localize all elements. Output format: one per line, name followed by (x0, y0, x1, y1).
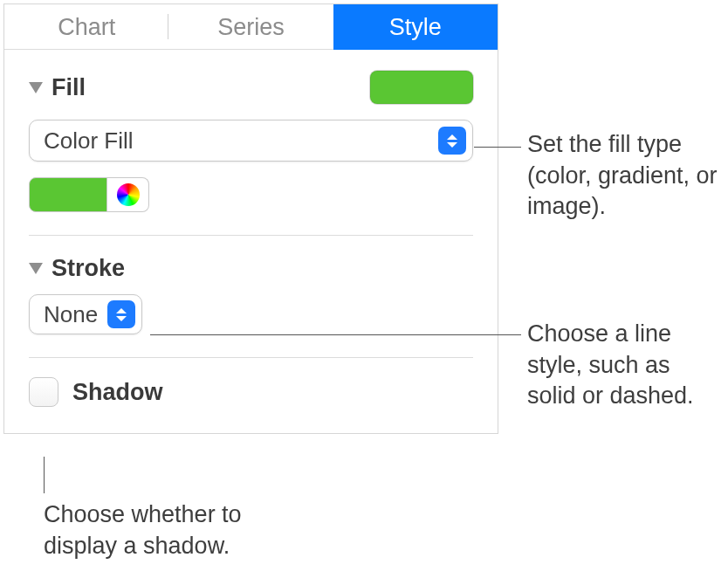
tab-series-label: Series (217, 14, 285, 40)
tab-chart[interactable]: Chart (4, 4, 168, 49)
disclosure-triangle-icon (29, 263, 43, 274)
fill-color-well[interactable] (29, 177, 107, 212)
tab-series[interactable]: Series (168, 4, 333, 49)
stroke-title: Stroke (52, 255, 125, 282)
callout-leader (44, 457, 45, 493)
caret-down-icon (116, 316, 127, 321)
callout-shadow: Choose whether to display a shadow. (44, 499, 279, 561)
callout-leader (474, 147, 521, 148)
fill-header: Fill (29, 50, 473, 104)
caret-down-icon (447, 142, 457, 148)
stroke-disclosure[interactable]: Stroke (29, 255, 125, 282)
callout-fill: Set the fill type (color, gradient, or i… (527, 129, 724, 223)
callout-stroke: Choose a line style, such as solid or da… (527, 319, 724, 412)
fill-color-row (29, 177, 473, 212)
shadow-row: Shadow (29, 358, 473, 433)
stroke-type-label: None (30, 301, 98, 328)
stroke-section: Stroke None (4, 236, 498, 334)
fill-disclosure[interactable]: Fill (29, 74, 86, 101)
fill-type-label: Color Fill (30, 127, 134, 155)
fill-section: Fill Color Fill (4, 50, 498, 212)
caret-up-icon (116, 308, 127, 313)
shadow-title: Shadow (72, 379, 163, 406)
shadow-checkbox[interactable] (29, 377, 58, 407)
stroke-type-popup[interactable]: None (29, 294, 142, 334)
fill-color-swatch[interactable] (370, 71, 473, 104)
fill-title: Fill (52, 74, 86, 101)
callout-leader (150, 334, 521, 335)
inspector-panel: Chart Series Style Fill Color Fill (3, 3, 498, 434)
color-picker-button[interactable] (107, 177, 149, 212)
disclosure-triangle-icon (29, 82, 43, 93)
fill-type-popup[interactable]: Color Fill (29, 120, 473, 162)
popup-arrows-icon (107, 300, 135, 328)
tab-bar: Chart Series Style (4, 4, 498, 50)
tab-style[interactable]: Style (333, 4, 498, 50)
shadow-section: Shadow (4, 358, 498, 433)
stroke-header: Stroke (29, 236, 473, 282)
popup-arrows-icon (438, 127, 466, 155)
color-wheel-icon (117, 183, 140, 206)
caret-up-icon (447, 134, 457, 140)
tab-chart-label: Chart (58, 14, 115, 40)
tab-style-label: Style (389, 14, 442, 40)
